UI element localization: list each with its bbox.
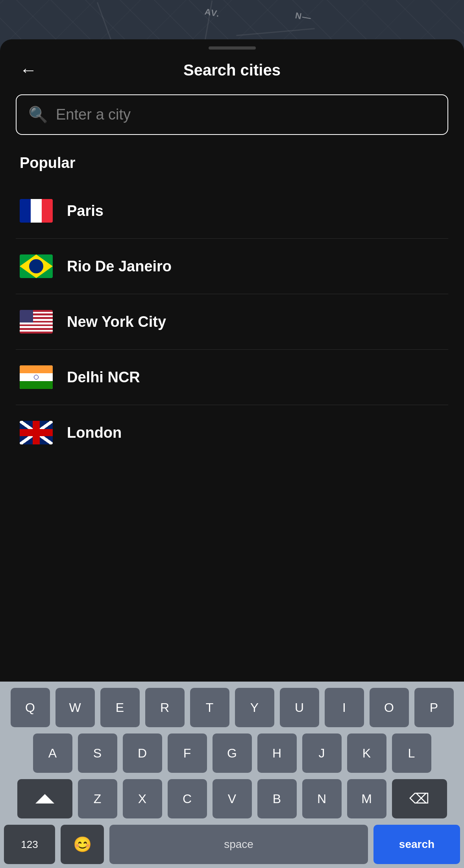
- flag-uk: [20, 421, 53, 444]
- key-123[interactable]: 123: [4, 825, 55, 864]
- key-x[interactable]: X: [123, 779, 162, 818]
- shift-icon: [35, 794, 54, 803]
- city-item-nyc[interactable]: New York City: [16, 294, 448, 350]
- city-name-paris: Paris: [67, 203, 104, 219]
- city-item-paris[interactable]: Paris: [16, 183, 448, 239]
- key-l[interactable]: L: [392, 733, 431, 773]
- key-s[interactable]: S: [78, 733, 117, 773]
- search-box[interactable]: 🔍: [16, 94, 448, 135]
- key-shift[interactable]: [17, 779, 72, 818]
- key-t[interactable]: T: [190, 688, 229, 727]
- city-item-london[interactable]: London: [16, 405, 448, 460]
- map-label-2: N—: [294, 11, 312, 24]
- key-y[interactable]: Y: [235, 688, 274, 727]
- map-label-1: AV.: [204, 7, 221, 19]
- keyboard-row-3: Z X C V B N M ⌫: [4, 779, 460, 818]
- key-e[interactable]: E: [100, 688, 140, 727]
- key-v[interactable]: V: [213, 779, 252, 818]
- flag-france: [20, 199, 53, 223]
- key-d[interactable]: D: [123, 733, 162, 773]
- key-w[interactable]: W: [55, 688, 95, 727]
- key-delete[interactable]: ⌫: [392, 779, 447, 818]
- key-c[interactable]: C: [168, 779, 207, 818]
- key-search-button[interactable]: search: [373, 825, 460, 864]
- keyboard-bottom-row: 123 😊 space search: [4, 825, 460, 868]
- page-title: Search cities: [183, 61, 281, 79]
- key-g[interactable]: G: [213, 733, 252, 773]
- delete-icon: ⌫: [409, 791, 429, 807]
- city-name-nyc: New York City: [67, 313, 166, 330]
- key-z[interactable]: Z: [78, 779, 117, 818]
- search-icon: 🔍: [28, 105, 48, 124]
- city-search-input[interactable]: [56, 106, 436, 123]
- key-u[interactable]: U: [280, 688, 319, 727]
- key-f[interactable]: F: [168, 733, 207, 773]
- header: ← Search cities: [0, 50, 464, 87]
- flag-usa: [20, 310, 53, 334]
- popular-section-label: Popular: [0, 147, 464, 183]
- keyboard-row-2: A S D F G H J K L: [4, 733, 460, 773]
- key-m[interactable]: M: [347, 779, 386, 818]
- key-a[interactable]: A: [33, 733, 72, 773]
- key-h[interactable]: H: [257, 733, 297, 773]
- city-name-rio: Rio De Janeiro: [67, 258, 172, 275]
- city-name-delhi: Delhi NCR: [67, 369, 140, 386]
- key-r[interactable]: R: [145, 688, 185, 727]
- key-n[interactable]: N: [302, 779, 342, 818]
- keyboard: Q W E R T Y U I O P A S D F G H J K L Z …: [0, 682, 464, 868]
- key-o[interactable]: O: [370, 688, 409, 727]
- key-k[interactable]: K: [347, 733, 386, 773]
- key-p[interactable]: P: [414, 688, 454, 727]
- key-i[interactable]: I: [325, 688, 364, 727]
- search-container: 🔍: [0, 87, 464, 147]
- flag-india: [20, 365, 53, 389]
- city-item-rio[interactable]: Rio De Janeiro: [16, 239, 448, 294]
- key-j[interactable]: J: [302, 733, 342, 773]
- flag-brazil: [20, 254, 53, 278]
- city-name-london: London: [67, 424, 122, 441]
- city-item-delhi[interactable]: Delhi NCR: [16, 350, 448, 405]
- key-emoji[interactable]: 😊: [61, 825, 104, 864]
- key-space[interactable]: space: [109, 825, 368, 864]
- back-button[interactable]: ←: [20, 61, 37, 79]
- keyboard-row-1: Q W E R T Y U I O P: [4, 688, 460, 727]
- back-arrow-icon: ←: [20, 61, 37, 79]
- drag-handle[interactable]: [209, 46, 256, 50]
- key-b[interactable]: B: [257, 779, 297, 818]
- city-list: Paris Rio De Janeiro New York City Del: [0, 183, 464, 460]
- key-q[interactable]: Q: [11, 688, 50, 727]
